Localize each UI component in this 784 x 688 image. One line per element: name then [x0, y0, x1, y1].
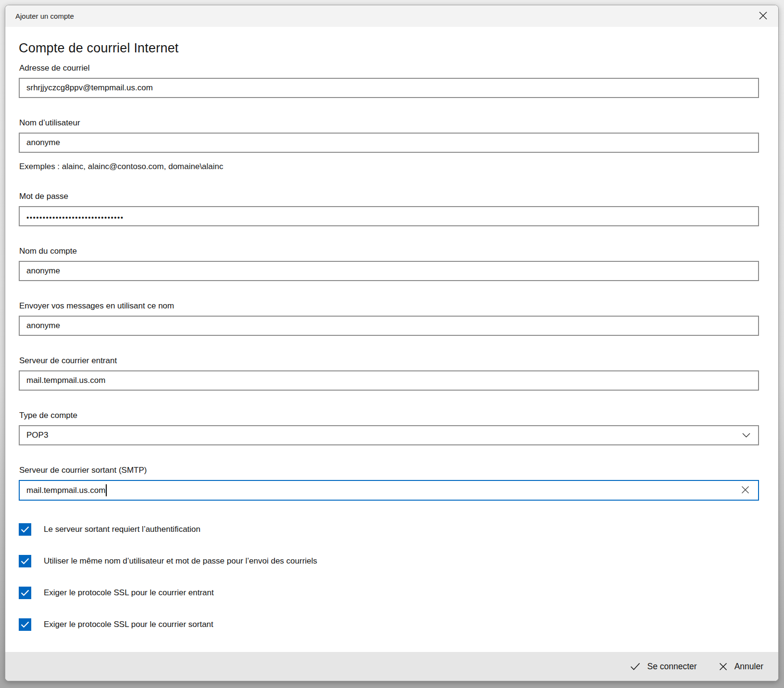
checkbox-checked-icon — [19, 618, 31, 631]
incoming-server-field-group: Serveur de courrier entrant — [19, 356, 759, 391]
close-button[interactable] — [752, 7, 773, 26]
incoming-server-label: Serveur de courrier entrant — [19, 356, 759, 366]
username-label: Nom d’utilisateur — [19, 118, 759, 128]
dialog-titlebar: Ajouter un compte — [5, 5, 778, 27]
checkbox-ssl-incoming[interactable]: Exiger le protocole SSL pour le courrier… — [19, 587, 759, 599]
check-icon — [630, 663, 640, 670]
username-hint: Exemples : alainc, alainc@contoso.com, d… — [19, 162, 759, 172]
checkbox-checked-icon — [19, 523, 31, 536]
checkbox-checked-icon — [19, 555, 31, 567]
cancel-button-label: Annuler — [734, 662, 763, 672]
account-name-label: Nom du compte — [19, 246, 759, 256]
options-section: Le serveur sortant requiert l’authentifi… — [19, 523, 759, 631]
account-name-field[interactable] — [19, 261, 759, 281]
dialog-title: Ajouter un compte — [15, 12, 74, 20]
account-type-label: Type de compte — [19, 410, 759, 420]
send-name-label: Envoyer vos messages en utilisant ce nom — [19, 301, 759, 311]
checkbox-ssl-outgoing[interactable]: Exiger le protocole SSL pour le courrier… — [19, 618, 759, 631]
account-type-dropdown[interactable]: POP3 — [19, 425, 759, 445]
account-type-value: POP3 — [26, 430, 742, 440]
username-field[interactable] — [19, 133, 759, 153]
checkbox-same-credentials[interactable]: Utiliser le même nom d’utilisateur et mo… — [19, 555, 759, 567]
checkbox-label: Exiger le protocole SSL pour le courrier… — [44, 588, 214, 598]
checkbox-label: Le serveur sortant requiert l’authentifi… — [44, 525, 200, 534]
send-name-field[interactable] — [19, 316, 759, 336]
add-account-dialog: Ajouter un compte Compte de courriel Int… — [5, 5, 779, 681]
clear-icon — [741, 486, 749, 495]
checkbox-checked-icon — [19, 587, 31, 599]
password-field[interactable] — [19, 206, 759, 226]
smtp-server-field[interactable]: mail.tempmail.us.com — [19, 480, 759, 501]
email-field[interactable] — [19, 78, 759, 98]
text-caret — [106, 484, 107, 496]
send-name-field-group: Envoyer vos messages en utilisant ce nom — [19, 301, 759, 336]
password-field-group: Mot de passe — [19, 191, 759, 226]
dialog-content: Compte de courriel Internet Adresse de c… — [5, 27, 778, 652]
dialog-footer: Se connecter Annuler — [5, 652, 778, 681]
email-label: Adresse de courriel — [19, 63, 759, 73]
connect-button-label: Se connecter — [647, 662, 697, 672]
password-label: Mot de passe — [19, 191, 759, 201]
connect-button[interactable]: Se connecter — [625, 659, 702, 675]
incoming-server-field[interactable] — [19, 370, 759, 391]
chevron-down-icon — [742, 430, 750, 440]
clear-text-button[interactable] — [738, 483, 752, 498]
email-field-group: Adresse de courriel — [19, 63, 759, 98]
checkbox-outgoing-auth[interactable]: Le serveur sortant requiert l’authentifi… — [19, 523, 759, 536]
username-field-group: Nom d’utilisateur Exemples : alainc, ala… — [19, 118, 759, 172]
close-icon — [759, 11, 768, 22]
x-icon — [719, 663, 727, 671]
smtp-server-field-group: Serveur de courrier sortant (SMTP) mail.… — [19, 465, 759, 501]
page-title: Compte de courriel Internet — [19, 41, 759, 56]
smtp-server-value: mail.tempmail.us.com — [26, 486, 105, 495]
account-name-field-group: Nom du compte — [19, 246, 759, 281]
cancel-button[interactable]: Annuler — [714, 659, 768, 675]
account-type-field-group: Type de compte POP3 — [19, 410, 759, 445]
checkbox-label: Utiliser le même nom d’utilisateur et mo… — [44, 556, 317, 566]
checkbox-label: Exiger le protocole SSL pour le courrier… — [44, 620, 213, 629]
smtp-server-label: Serveur de courrier sortant (SMTP) — [19, 465, 759, 475]
